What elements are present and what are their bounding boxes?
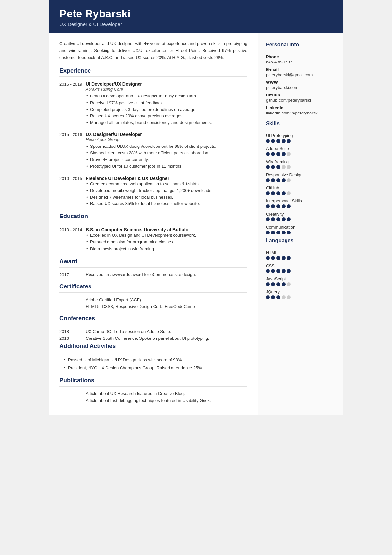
exp-bullets: Lead UI developer and UX designer for bu…: [86, 93, 247, 126]
dot-filled: [276, 231, 280, 234]
languages-title: Languages: [266, 238, 335, 244]
dot-filled: [266, 191, 270, 195]
dot-filled: [266, 217, 270, 221]
email-value: peterybarski@gmail.com: [266, 72, 335, 77]
additional-container: Passed U of Michigan UI/UX Design class …: [59, 357, 247, 371]
certificate-item: HTML5, CSS3, Responsive Design Cert., Fr…: [86, 304, 247, 309]
language-item: CSS: [266, 263, 335, 273]
dot-empty: [287, 178, 291, 182]
education-divider: [59, 222, 247, 222]
conferences-divider: [59, 324, 247, 324]
personal-info-divider: [266, 50, 335, 50]
exp-bullets: Spearheaded UI/UX design/development for…: [86, 143, 247, 170]
skill-item: Creativity: [266, 212, 335, 221]
dot-filled: [282, 269, 286, 273]
dot-empty: [287, 152, 291, 156]
dot-filled: [282, 231, 286, 234]
language-item: JavaScript: [266, 276, 335, 286]
dot-filled: [276, 217, 280, 221]
skill-item: UI Prototyping: [266, 133, 335, 143]
dot-filled: [276, 191, 280, 195]
dot-filled: [266, 204, 270, 208]
skill-dots: [266, 165, 335, 169]
skill-dots: [266, 231, 335, 234]
language-dots: [266, 256, 335, 260]
conferences-container: 2018UX Camp DC, Led a session on Adobe S…: [59, 329, 247, 341]
dot-empty: [287, 165, 291, 169]
language-name: JQuery: [266, 289, 335, 294]
skills-title: Skills: [266, 121, 335, 127]
education-item: 2010 - 2014B.S. in Computer Science, Uni…: [59, 227, 247, 252]
linkedin-label: LinkedIn: [266, 105, 335, 110]
experience-container: 2016 - 2019UI Developer/UX DesignerAbrax…: [59, 81, 247, 207]
conf-text: UX Camp DC, Led a session on Adobe Suite…: [86, 329, 247, 334]
dot-empty: [287, 191, 291, 195]
additional-section-title: Additional Activities: [59, 343, 247, 350]
experience-item: 2010 - 2015Freelance UI Developer & UX D…: [59, 176, 247, 207]
dot-filled: [282, 152, 286, 156]
skill-name: UI Prototyping: [266, 133, 335, 138]
dot-filled: [287, 217, 291, 221]
conf-year: 2018: [59, 329, 86, 334]
skill-item: Communication: [266, 225, 335, 234]
dot-filled: [266, 165, 270, 169]
edu-bullet: Did a thesis project in wireframing.: [86, 246, 247, 252]
dot-filled: [271, 269, 275, 273]
exp-company: Hope Apex Group: [86, 137, 247, 142]
dot-filled: [287, 139, 291, 143]
skill-dots: [266, 178, 335, 182]
header: Pete Rybarski UX Designer & UI Developer: [49, 0, 343, 33]
dot-filled: [271, 295, 275, 299]
exp-dates: 2016 - 2019: [59, 81, 86, 126]
dot-filled: [282, 191, 286, 195]
skill-dots: [266, 204, 335, 208]
exp-content: Freelance UI Developer & UX DesignerCrea…: [86, 176, 247, 207]
dot-filled: [282, 256, 286, 260]
dot-filled: [287, 204, 291, 208]
skill-item: Wireframing: [266, 159, 335, 169]
additional-bullet: Passed U of Michigan UI/UX Design class …: [63, 357, 247, 363]
skill-dots: [266, 152, 335, 156]
certificates-container: Adobe Certified Expert (ACE)HTML5, CSS3,…: [86, 297, 247, 309]
award-block: 2017 Received an awwwards award for eCom…: [59, 272, 247, 277]
dot-empty: [287, 295, 291, 299]
email-label: E-mail: [266, 67, 335, 72]
publications-container: Article about UX Research featured in Cr…: [86, 391, 247, 403]
additional-divider: [59, 352, 247, 352]
dot-filled: [276, 152, 280, 156]
content-area: Creative UI developer and UX designer wi…: [49, 33, 343, 415]
exp-dates: 2015 - 2016: [59, 132, 86, 170]
dot-filled: [266, 256, 270, 260]
dot-filled: [271, 204, 275, 208]
conference-item: 2018UX Camp DC, Led a session on Adobe S…: [59, 329, 247, 334]
dot-filled: [282, 139, 286, 143]
publication-item: Article about UX Research featured in Cr…: [86, 391, 247, 396]
exp-bullet: Spearheaded UI/UX design/development for…: [86, 143, 247, 150]
dot-filled: [271, 178, 275, 182]
exp-bullet: Drove 4+ projects concurrently.: [86, 156, 247, 163]
award-year: 2017: [59, 272, 86, 277]
exp-bullet: Raised UX scores 35% for local homeless …: [86, 200, 247, 207]
experience-divider: [59, 76, 247, 77]
github-label: GitHub: [266, 93, 335, 97]
resume-page: Pete Rybarski UX Designer & UI Developer…: [49, 0, 343, 415]
exp-role: Freelance UI Developer & UX Designer: [86, 176, 247, 181]
edu-content: B.S. in Computer Science, University at …: [86, 227, 247, 252]
dot-filled: [282, 217, 286, 221]
edu-bullets: Excelled in UX Design and UI Development…: [86, 232, 247, 252]
dot-filled: [287, 269, 291, 273]
linkedin-value: linkedin.com/in/peterybarski: [266, 111, 335, 115]
dot-filled: [271, 217, 275, 221]
dot-filled: [271, 152, 275, 156]
dot-filled: [287, 256, 291, 260]
skill-item: Interpersonal Skills: [266, 199, 335, 208]
language-dots: [266, 269, 335, 273]
dot-filled: [276, 282, 280, 286]
skill-name: Wireframing: [266, 159, 335, 164]
exp-bullet: Received 97% positive client feedback.: [86, 100, 247, 106]
dot-filled: [266, 269, 270, 273]
dot-empty: [287, 282, 291, 286]
dot-filled: [276, 139, 280, 143]
edu-bullet: Excelled in UX Design and UI Development…: [86, 232, 247, 239]
certificates-divider: [59, 292, 247, 293]
